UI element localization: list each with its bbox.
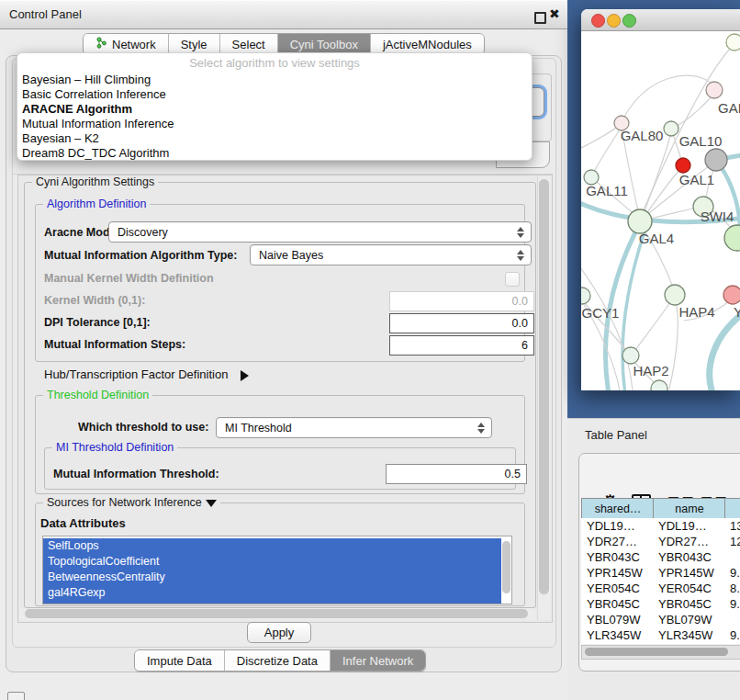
network-node-gal10[interactable] [664,121,678,136]
table-cell[interactable]: YBL079W [581,612,653,627]
network-canvas[interactable]: GALGAL80GAL10GAL1GAL11GAL4SWI4GCY1YHAP4H… [581,30,740,390]
list-scrollbar-thumb[interactable] [502,541,510,593]
table-row[interactable]: YER054CYER054C8. [581,581,740,596]
apply-button[interactable]: Apply [247,622,311,643]
window-zoom-button[interactable] [622,14,636,28]
table-cell[interactable]: YBR045C [653,596,724,612]
network-node-y[interactable] [723,286,740,304]
table-row[interactable]: YIL052CYIL052C9. [581,643,740,644]
table-cell[interactable]: 8. [724,581,740,596]
network-edge[interactable] [594,130,620,172]
network-edge[interactable] [635,302,670,350]
network-window-titlebar[interactable] [581,9,740,31]
kernel-width-field[interactable]: 0.0 [389,291,534,311]
network-edge[interactable] [644,169,680,218]
table-cell[interactable]: YPR145W [653,565,724,581]
table-row[interactable]: YDL19…YDL19…13 [581,518,740,534]
which-threshold-select[interactable]: MI Threshold [216,417,492,438]
table-rows[interactable]: YDL19…YDL19…13YDR27…YDR27…12YBR043CYBR04… [581,518,740,644]
list-item-selfloops[interactable]: SelfLoops [43,538,501,554]
table-cell[interactable]: 9. [724,565,740,581]
control-panel-titlebar[interactable]: Control Panel ✖ [0,0,567,29]
table-row[interactable]: YBL079WYBL079W [581,612,740,627]
table-cell[interactable]: YIL052C [581,643,653,644]
table-cell[interactable]: YBR045C [581,596,653,612]
table-cell[interactable] [724,549,740,565]
float-window-icon[interactable] [534,12,546,24]
tab-select[interactable]: Select [220,34,278,54]
list-item-betweennesscentrality[interactable]: BetweennessCentrality [43,570,501,585]
tab-infer-network[interactable]: Infer Network [331,650,425,671]
window-minimize-button[interactable] [607,14,621,28]
network-node[interactable] [705,149,727,171]
algorithm-option-mutual-information[interactable]: Mutual Information Inference [22,117,174,130]
network-view-window[interactable]: GALGAL80GAL10GAL1GAL11GAL4SWI4GCY1YHAP4H… [581,9,740,390]
mi-threshold-field[interactable]: 0.5 [386,464,527,484]
table-row[interactable]: YPR145WYPR145W9. [581,565,740,581]
network-edge[interactable] [581,126,618,150]
network-edge[interactable] [669,304,678,389]
mi-type-select[interactable]: Naive Bayes [250,244,532,265]
algorithm-option-dream8[interactable]: Dream8 DC_TDC Algorithm [22,146,169,160]
table-cell[interactable]: 9. [724,643,740,644]
table-cell[interactable]: YPR145W [581,565,653,581]
settings-hscrollbar-thumb[interactable] [25,609,528,618]
list-item-gal4rgexp[interactable]: gal4RGexp [43,585,501,601]
collapse-arrow-icon[interactable] [241,370,249,381]
manual-kernel-checkbox[interactable] [505,272,520,287]
data-attributes-list[interactable]: SelfLoops TopologicalCoefficient Between… [42,536,512,604]
table-cell[interactable]: YBR043C [653,549,724,565]
algorithm-option-basic-correlation[interactable]: Basic Correlation Inference [22,87,166,101]
tab-discretize-data[interactable]: Discretize Data [225,650,331,671]
network-node[interactable] [726,34,740,51]
window-close-button[interactable] [591,14,605,28]
mi-steps-field[interactable]: 6 [389,335,534,356]
table-cell[interactable]: YDL19… [653,518,724,534]
tab-impute-data[interactable]: Impute Data [135,650,225,671]
collapsed-panel-button[interactable] [7,692,25,700]
algorithm-option-bayesian-hill-climbing[interactable]: Bayesian – Hill Climbing [22,73,151,86]
column-header-shared[interactable]: shared… [581,498,655,519]
algorithm-option-aracne[interactable]: ARACNE Algorithm [22,102,132,116]
table-cell[interactable]: 9. [724,596,740,612]
table-row[interactable]: YBR043CYBR043C [581,549,740,565]
table-cell[interactable]: 9. [724,627,740,643]
list-item-topologicalcoefficient[interactable]: TopologicalCoefficient [43,554,501,570]
tab-style[interactable]: Style [169,34,220,54]
network-edge[interactable] [710,311,740,390]
table-cell[interactable]: YBR043C [581,549,653,565]
table-cell[interactable] [724,612,740,627]
network-edge[interactable] [623,75,712,119]
tab-cyni-toolbox[interactable]: Cyni Toolbox [278,34,371,54]
network-graph[interactable]: GALGAL80GAL10GAL1GAL11GAL4SWI4GCY1YHAP4H… [581,30,740,390]
table-cell[interactable]: YER054C [581,581,653,596]
table-cell[interactable]: YLR345W [581,627,653,643]
network-node-hap4[interactable] [665,285,685,305]
network-edge[interactable] [642,131,671,220]
table-cell[interactable]: YIL052C [653,643,724,644]
table-cell[interactable]: YLR345W [653,627,724,643]
table-cell[interactable]: 12 [724,534,740,549]
tab-network[interactable]: Network [84,34,169,54]
settings-vscrollbar-thumb[interactable] [539,179,549,594]
network-node-gcy1[interactable] [581,288,590,304]
network-node-gal1[interactable] [676,158,690,173]
dpi-tolerance-field[interactable]: 0.0 [389,313,534,333]
network-node-swi4[interactable] [724,225,740,251]
column-header-partial[interactable]: A [724,498,740,519]
tab-jactivemnodules[interactable]: jActiveMNodules [371,34,484,54]
aracne-mode-select[interactable]: Discovery [108,221,532,243]
table-row[interactable]: YLR345WYLR345W9. [581,627,740,643]
close-panel-icon[interactable]: ✖ [549,6,560,21]
table-cell[interactable]: YDL19… [581,518,653,534]
table-horizontal-scrollbar[interactable] [581,645,740,660]
table-cell[interactable]: YDR27… [581,534,653,549]
table-scrollbar-thumb[interactable] [585,648,728,656]
network-edge[interactable] [677,96,712,126]
table-cell[interactable]: YER054C [653,581,724,596]
table-row[interactable]: YDR27…YDR27…12 [581,534,740,549]
column-header-name[interactable]: name [653,498,726,519]
table-cell[interactable]: YDR27… [653,534,724,549]
table-row[interactable]: YBR045CYBR045C9. [581,596,740,612]
table-cell[interactable]: 13 [724,518,740,534]
